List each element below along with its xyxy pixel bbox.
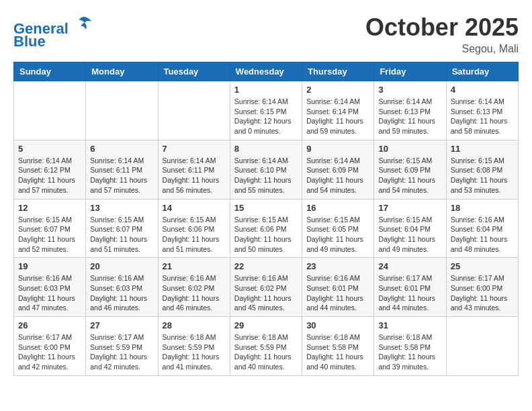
- calendar-header-sunday: Sunday: [14, 62, 86, 81]
- calendar-cell: 27Sunrise: 6:17 AM Sunset: 5:59 PM Dayli…: [86, 317, 158, 376]
- day-info: Sunrise: 6:16 AM Sunset: 6:01 PM Dayligh…: [306, 273, 369, 313]
- calendar-cell: 21Sunrise: 6:16 AM Sunset: 6:02 PM Dayli…: [158, 258, 230, 317]
- day-number: 10: [378, 144, 441, 154]
- calendar-cell: 16Sunrise: 6:15 AM Sunset: 6:05 PM Dayli…: [302, 199, 374, 258]
- calendar-cell: 18Sunrise: 6:16 AM Sunset: 6:04 PM Dayli…: [446, 199, 518, 258]
- calendar-cell: 23Sunrise: 6:16 AM Sunset: 6:01 PM Dayli…: [302, 258, 374, 317]
- calendar-header-tuesday: Tuesday: [158, 62, 230, 81]
- day-info: Sunrise: 6:16 AM Sunset: 6:02 PM Dayligh…: [163, 273, 226, 313]
- calendar-week-row: 19Sunrise: 6:16 AM Sunset: 6:03 PM Dayli…: [14, 258, 519, 317]
- day-info: Sunrise: 6:15 AM Sunset: 6:09 PM Dayligh…: [378, 156, 441, 195]
- day-number: 31: [378, 320, 441, 330]
- day-info: Sunrise: 6:14 AM Sunset: 6:10 PM Dayligh…: [234, 156, 298, 195]
- day-number: 28: [163, 320, 226, 330]
- calendar-cell: 30Sunrise: 6:18 AM Sunset: 5:58 PM Dayli…: [302, 317, 374, 376]
- day-number: 11: [451, 144, 514, 154]
- day-info: Sunrise: 6:16 AM Sunset: 6:02 PM Dayligh…: [234, 273, 298, 313]
- calendar-table: SundayMondayTuesdayWednesdayThursdayFrid…: [13, 62, 519, 376]
- calendar-body: 1Sunrise: 6:14 AM Sunset: 6:15 PM Daylig…: [14, 81, 519, 376]
- day-number: 14: [163, 203, 226, 213]
- calendar-cell: 12Sunrise: 6:15 AM Sunset: 6:07 PM Dayli…: [14, 199, 86, 258]
- day-number: 3: [378, 85, 441, 95]
- calendar-cell: 17Sunrise: 6:15 AM Sunset: 6:04 PM Dayli…: [374, 199, 446, 258]
- day-number: 30: [306, 320, 369, 330]
- day-number: 5: [18, 144, 81, 154]
- logo: General Blue: [13, 13, 94, 50]
- day-info: Sunrise: 6:17 AM Sunset: 6:00 PM Dayligh…: [451, 273, 514, 313]
- day-number: 22: [234, 261, 298, 271]
- day-info: Sunrise: 6:14 AM Sunset: 6:11 PM Dayligh…: [163, 156, 226, 195]
- calendar-cell: 31Sunrise: 6:18 AM Sunset: 5:58 PM Dayli…: [374, 317, 446, 376]
- calendar-header-monday: Monday: [86, 62, 158, 81]
- day-info: Sunrise: 6:15 AM Sunset: 6:06 PM Dayligh…: [163, 215, 226, 255]
- day-number: 12: [18, 203, 81, 213]
- page-header: General Blue October 2025 Segou, Mali: [13, 13, 519, 55]
- day-info: Sunrise: 6:14 AM Sunset: 6:12 PM Dayligh…: [18, 156, 81, 195]
- day-info: Sunrise: 6:18 AM Sunset: 5:59 PM Dayligh…: [234, 332, 298, 372]
- day-number: 21: [163, 261, 226, 271]
- day-info: Sunrise: 6:14 AM Sunset: 6:13 PM Dayligh…: [378, 97, 441, 136]
- logo-bird-icon: [74, 13, 94, 34]
- calendar-cell: [158, 81, 230, 140]
- day-info: Sunrise: 6:15 AM Sunset: 6:06 PM Dayligh…: [234, 215, 298, 255]
- calendar-week-row: 5Sunrise: 6:14 AM Sunset: 6:12 PM Daylig…: [14, 140, 519, 199]
- day-info: Sunrise: 6:18 AM Sunset: 5:59 PM Dayligh…: [163, 332, 226, 372]
- calendar-cell: 14Sunrise: 6:15 AM Sunset: 6:06 PM Dayli…: [158, 199, 230, 258]
- calendar-cell: 20Sunrise: 6:16 AM Sunset: 6:03 PM Dayli…: [86, 258, 158, 317]
- day-number: 9: [306, 144, 369, 154]
- calendar-cell: [14, 81, 86, 140]
- calendar-cell: 19Sunrise: 6:16 AM Sunset: 6:03 PM Dayli…: [14, 258, 86, 317]
- day-number: 16: [306, 203, 369, 213]
- day-info: Sunrise: 6:18 AM Sunset: 5:58 PM Dayligh…: [378, 332, 441, 372]
- calendar-cell: 13Sunrise: 6:15 AM Sunset: 6:07 PM Dayli…: [86, 199, 158, 258]
- day-info: Sunrise: 6:14 AM Sunset: 6:15 PM Dayligh…: [234, 97, 298, 136]
- calendar-cell: 22Sunrise: 6:16 AM Sunset: 6:02 PM Dayli…: [230, 258, 302, 317]
- day-info: Sunrise: 6:15 AM Sunset: 6:08 PM Dayligh…: [451, 156, 514, 195]
- location-subtitle: Segou, Mali: [365, 43, 519, 55]
- day-info: Sunrise: 6:16 AM Sunset: 6:04 PM Dayligh…: [451, 215, 514, 255]
- day-number: 15: [234, 203, 298, 213]
- calendar-header-saturday: Saturday: [446, 62, 518, 81]
- day-number: 25: [451, 261, 514, 271]
- day-info: Sunrise: 6:16 AM Sunset: 6:03 PM Dayligh…: [90, 273, 153, 313]
- month-title: October 2025: [365, 13, 519, 42]
- day-number: 29: [234, 320, 298, 330]
- calendar-week-row: 12Sunrise: 6:15 AM Sunset: 6:07 PM Dayli…: [14, 199, 519, 258]
- day-number: 7: [163, 144, 226, 154]
- day-number: 27: [90, 320, 153, 330]
- calendar-cell: 9Sunrise: 6:14 AM Sunset: 6:09 PM Daylig…: [302, 140, 374, 199]
- day-info: Sunrise: 6:17 AM Sunset: 6:00 PM Dayligh…: [18, 332, 81, 372]
- day-info: Sunrise: 6:17 AM Sunset: 5:59 PM Dayligh…: [90, 332, 153, 372]
- day-number: 6: [90, 144, 153, 154]
- day-info: Sunrise: 6:15 AM Sunset: 6:04 PM Dayligh…: [378, 215, 441, 255]
- day-number: 20: [90, 261, 153, 271]
- calendar-header-friday: Friday: [374, 62, 446, 81]
- calendar-cell: 28Sunrise: 6:18 AM Sunset: 5:59 PM Dayli…: [158, 317, 230, 376]
- calendar-week-row: 26Sunrise: 6:17 AM Sunset: 6:00 PM Dayli…: [14, 317, 519, 376]
- day-info: Sunrise: 6:14 AM Sunset: 6:11 PM Dayligh…: [90, 156, 153, 195]
- day-number: 4: [451, 85, 514, 95]
- day-number: 19: [18, 261, 81, 271]
- day-info: Sunrise: 6:14 AM Sunset: 6:13 PM Dayligh…: [451, 97, 514, 136]
- day-number: 13: [90, 203, 153, 213]
- day-number: 18: [451, 203, 514, 213]
- day-info: Sunrise: 6:16 AM Sunset: 6:03 PM Dayligh…: [18, 273, 81, 313]
- calendar-cell: [446, 317, 518, 376]
- day-info: Sunrise: 6:15 AM Sunset: 6:05 PM Dayligh…: [306, 215, 369, 255]
- calendar-cell: 24Sunrise: 6:17 AM Sunset: 6:01 PM Dayli…: [374, 258, 446, 317]
- calendar-header-wednesday: Wednesday: [230, 62, 302, 81]
- day-number: 1: [234, 85, 298, 95]
- calendar-cell: 6Sunrise: 6:14 AM Sunset: 6:11 PM Daylig…: [86, 140, 158, 199]
- calendar-cell: 8Sunrise: 6:14 AM Sunset: 6:10 PM Daylig…: [230, 140, 302, 199]
- day-number: 23: [306, 261, 369, 271]
- day-number: 26: [18, 320, 81, 330]
- calendar-cell: [86, 81, 158, 140]
- calendar-cell: 11Sunrise: 6:15 AM Sunset: 6:08 PM Dayli…: [446, 140, 518, 199]
- day-number: 17: [378, 203, 441, 213]
- calendar-header-thursday: Thursday: [302, 62, 374, 81]
- day-info: Sunrise: 6:14 AM Sunset: 6:14 PM Dayligh…: [306, 97, 369, 136]
- calendar-cell: 10Sunrise: 6:15 AM Sunset: 6:09 PM Dayli…: [374, 140, 446, 199]
- day-info: Sunrise: 6:14 AM Sunset: 6:09 PM Dayligh…: [306, 156, 369, 195]
- day-number: 2: [306, 85, 369, 95]
- day-info: Sunrise: 6:18 AM Sunset: 5:58 PM Dayligh…: [306, 332, 369, 372]
